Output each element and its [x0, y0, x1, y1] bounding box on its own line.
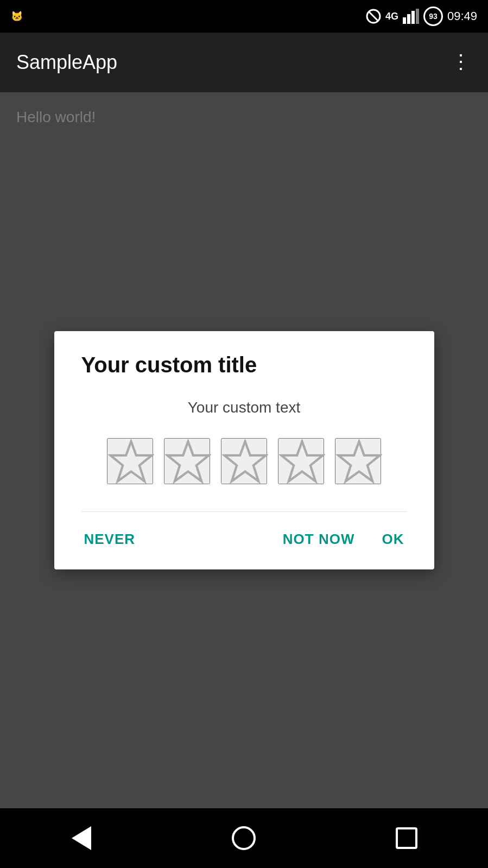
svg-marker-7	[167, 441, 209, 481]
app-title: SampleApp	[16, 51, 117, 74]
dialog-body-text: Your custom text	[81, 399, 407, 416]
recents-button[interactable]	[385, 816, 428, 860]
svg-rect-3	[407, 14, 410, 24]
star-3[interactable]	[221, 438, 267, 484]
svg-marker-8	[224, 441, 266, 481]
star-5[interactable]	[335, 438, 381, 484]
dialog-buttons: NEVER NOT NOW OK	[81, 511, 407, 553]
signal-bars-icon	[403, 9, 419, 24]
nav-bar	[0, 808, 488, 868]
app-notification-icon: 🐱	[11, 10, 23, 22]
svg-rect-5	[416, 9, 419, 24]
battery-indicator: 93	[423, 7, 443, 26]
ok-button[interactable]: OK	[379, 525, 407, 553]
star-2[interactable]	[164, 438, 210, 484]
home-button[interactable]	[222, 816, 265, 860]
dialog-title: Your custom title	[81, 353, 407, 377]
back-button[interactable]	[60, 816, 103, 860]
status-time: 09:49	[447, 9, 477, 23]
stars-row	[81, 438, 407, 484]
dialog-overlay: Your custom title Your custom text	[0, 92, 488, 808]
svg-rect-2	[403, 17, 406, 24]
more-options-button[interactable]: ⋮	[451, 52, 472, 73]
star-4[interactable]	[278, 438, 324, 484]
svg-rect-4	[411, 11, 415, 24]
status-bar: 🐱 4G 93 09:49	[0, 0, 488, 33]
not-now-button[interactable]: NOT NOW	[280, 525, 358, 553]
no-signal-icon	[366, 9, 381, 24]
app-bar: SampleApp ⋮	[0, 33, 488, 92]
never-button[interactable]: NEVER	[81, 525, 138, 553]
home-icon	[232, 826, 256, 850]
svg-line-1	[369, 12, 378, 21]
rating-dialog: Your custom title Your custom text	[54, 331, 434, 569]
recents-icon	[396, 827, 417, 849]
svg-marker-6	[110, 441, 152, 481]
network-type: 4G	[385, 11, 398, 22]
main-content: Hello world! Your custom title Your cust…	[0, 92, 488, 808]
star-1[interactable]	[107, 438, 153, 484]
svg-marker-10	[338, 441, 380, 481]
status-bar-left: 🐱	[11, 10, 23, 22]
back-icon	[72, 826, 91, 850]
status-bar-right: 4G 93 09:49	[366, 7, 477, 26]
svg-marker-9	[281, 441, 323, 481]
